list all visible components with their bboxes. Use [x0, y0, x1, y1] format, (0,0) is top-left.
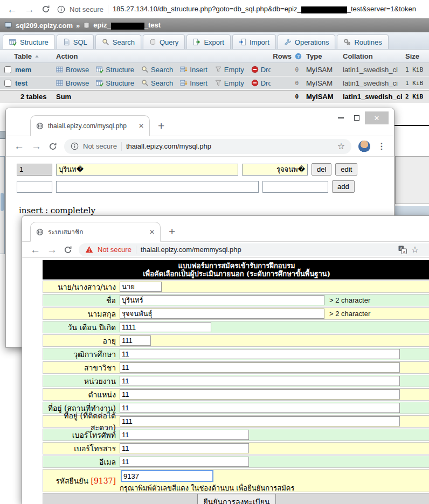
browse-link[interactable]: Browse: [56, 66, 89, 74]
win2-tab[interactable]: ระบบสมาชิก ✕: [30, 222, 161, 242]
empty-link[interactable]: Empty: [214, 66, 244, 74]
close-button[interactable]: ✕: [365, 111, 389, 124]
table-collation[interactable]: latin1_swedish_ci: [337, 66, 398, 74]
win1-titlebar[interactable]: thaiall.epizy.com/mysql.php ✕ + ✕: [6, 108, 394, 136]
sort-asc-icon[interactable]: [34, 54, 39, 59]
query-icon: [149, 38, 156, 46]
search-link[interactable]: Search: [141, 66, 173, 74]
tab-close-icon[interactable]: ✕: [139, 122, 144, 130]
field-input[interactable]: [120, 457, 249, 467]
drop-link[interactable]: Drop: [251, 66, 271, 74]
table-name-link[interactable]: mem: [14, 66, 55, 74]
submit-registration-button[interactable]: ยืนยันการลงทะเบียน: [197, 494, 275, 504]
table-name-link[interactable]: test: [14, 79, 55, 87]
maximize-button[interactable]: [349, 111, 365, 124]
pma-tab-import[interactable]: Import: [232, 34, 276, 49]
field-input[interactable]: [120, 389, 400, 400]
pma-tab-routines[interactable]: Routines: [337, 34, 388, 49]
col-size[interactable]: Size: [398, 52, 429, 60]
add-button[interactable]: add: [332, 180, 355, 193]
row-checkbox[interactable]: [4, 66, 11, 73]
help-icon[interactable]: ?: [295, 53, 302, 60]
empty-link[interactable]: Empty: [214, 79, 244, 87]
search-link[interactable]: Search: [141, 79, 173, 87]
field-input[interactable]: [120, 430, 249, 440]
col-type[interactable]: Type: [302, 52, 337, 60]
svg-text:?: ?: [297, 54, 300, 59]
verify-code-field[interactable]: [121, 470, 213, 482]
pma-tab-export[interactable]: Export: [186, 34, 231, 49]
col-table[interactable]: Table: [14, 52, 32, 60]
new-tab-button[interactable]: +: [169, 226, 175, 237]
info-icon[interactable]: [71, 142, 79, 150]
address-field[interactable]: Not secure thaiall.epizy.com/mysql.php ☆: [64, 139, 351, 154]
pma-tab-sql[interactable]: SQL: [57, 34, 94, 49]
win2-titlebar[interactable]: ระบบสมาชิก ✕ +: [22, 216, 429, 242]
reload-icon[interactable]: [41, 5, 50, 13]
operations-icon: [284, 38, 292, 46]
field-input[interactable]: [120, 443, 249, 453]
forward-icon[interactable]: →: [31, 141, 41, 151]
field-input[interactable]: [120, 362, 400, 373]
forward-icon[interactable]: →: [24, 4, 34, 15]
record-surname-field[interactable]: [242, 164, 308, 176]
back-icon[interactable]: ←: [14, 141, 24, 151]
address-bar[interactable]: Not secure 185.27.134.10/db_structure.ph…: [57, 5, 429, 13]
bookmark-star-icon[interactable]: ☆: [337, 141, 345, 151]
breadcrumb-database[interactable]: epiz__test: [93, 21, 161, 29]
record-id-field[interactable]: [17, 164, 52, 176]
row-checkbox[interactable]: [4, 80, 11, 87]
pma-tab-structure[interactable]: Structure: [3, 34, 55, 49]
translate-icon[interactable]: Aa: [398, 246, 407, 254]
field-input[interactable]: [120, 335, 151, 346]
structure-link[interactable]: Structure: [96, 79, 134, 87]
pma-tab-query[interactable]: Query: [143, 34, 185, 49]
insert-link[interactable]: Insert: [180, 79, 207, 87]
edit-button[interactable]: edit: [335, 163, 357, 176]
new-id-field[interactable]: [17, 181, 52, 193]
table-collation[interactable]: latin1_swedish_ci: [337, 79, 398, 87]
record-row: del edit: [17, 163, 394, 176]
reload-icon[interactable]: [64, 246, 72, 254]
row-actions: BrowseStructureSearchInsertEmptyDrop: [55, 79, 271, 87]
minimize-button[interactable]: [333, 111, 349, 124]
scrollbar-thumb[interactable]: [1, 193, 4, 211]
field-input[interactable]: [120, 403, 400, 413]
drop-link[interactable]: Drop: [251, 79, 271, 87]
reload-icon[interactable]: [49, 142, 57, 151]
back-icon[interactable]: ←: [30, 244, 40, 255]
pma-tab-search[interactable]: Search: [95, 34, 141, 49]
field-input[interactable]: [120, 322, 211, 332]
win1-tab[interactable]: thaiall.epizy.com/mysql.php ✕: [30, 115, 150, 136]
field-input[interactable]: [120, 295, 324, 305]
redaction-box: [301, 6, 347, 13]
pma-tab-strip: StructureSQLSearchQueryExportImportOpera…: [0, 32, 429, 50]
field-input[interactable]: [120, 282, 162, 292]
info-icon[interactable]: [57, 5, 65, 13]
pma-tab-operations[interactable]: Operations: [278, 34, 336, 49]
field-input[interactable]: [120, 376, 400, 386]
browse-link[interactable]: Browse: [56, 79, 89, 87]
bookmark-star-icon[interactable]: ☆: [411, 244, 419, 255]
table-row-mem: memBrowseStructureSearchInsertEmptyDrop0…: [0, 63, 429, 76]
field-input[interactable]: [120, 349, 400, 359]
profile-avatar[interactable]: [358, 141, 370, 152]
breadcrumb-server[interactable]: sql209.epizy.com: [16, 22, 73, 30]
field-input[interactable]: [120, 416, 400, 426]
new-surname-field[interactable]: [262, 181, 328, 193]
back-icon[interactable]: ←: [7, 4, 17, 15]
col-rows[interactable]: Rows: [273, 52, 292, 60]
field-input[interactable]: [120, 309, 324, 319]
structure-link[interactable]: Structure: [96, 66, 134, 74]
del-button[interactable]: del: [312, 163, 331, 176]
address-field[interactable]: Not secure thaiall.epizy.com/memmysql.ph…: [79, 243, 429, 256]
new-tab-button[interactable]: +: [158, 120, 164, 131]
col-collation[interactable]: Collation: [337, 52, 398, 60]
menu-kebab-icon[interactable]: ⋮: [377, 141, 386, 151]
new-name-field[interactable]: [56, 181, 259, 193]
tab-close-icon[interactable]: ✕: [149, 228, 155, 236]
forward-icon[interactable]: →: [47, 244, 57, 255]
record-name-field[interactable]: [56, 164, 238, 176]
insert-link[interactable]: Insert: [180, 66, 207, 74]
warning-icon[interactable]: [85, 246, 93, 254]
